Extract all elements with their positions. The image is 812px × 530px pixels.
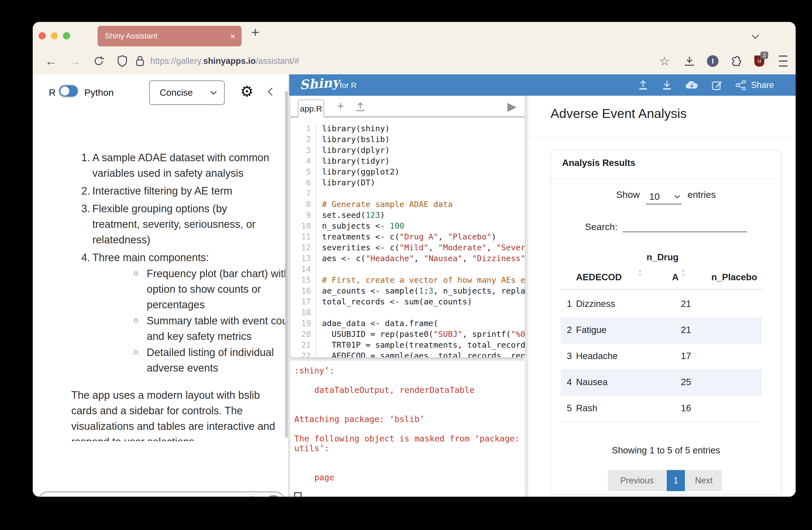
share-label[interactable]: Share: [751, 80, 774, 90]
browser-toolbar: ← → https://gallery.shinyapps.io/assista…: [33, 48, 796, 74]
table-row[interactable]: 4Nausea25: [561, 369, 762, 396]
entries-label: entries: [687, 189, 716, 200]
shield-icon[interactable]: [115, 48, 129, 74]
language-label-python: Python: [84, 87, 114, 98]
reload-icon[interactable]: [90, 48, 107, 74]
table-row[interactable]: 3Headache17: [561, 343, 762, 369]
search-input[interactable]: [623, 219, 747, 232]
code-line: 9set.seed(123): [290, 210, 525, 220]
code-line: 4library(tidyr): [290, 156, 525, 167]
back-button[interactable]: ←: [43, 48, 59, 74]
extensions-puzzle-icon[interactable]: [728, 48, 744, 74]
code-line: 12severities <- c("Mild", "Moderate", "S…: [290, 242, 525, 253]
message-input[interactable]: Enter a message... G ↑: [37, 491, 286, 497]
tab-title: Shiny Assistant: [105, 32, 230, 41]
menu-hamburger-icon[interactable]: [775, 48, 792, 74]
table-header-border: [561, 289, 762, 290]
ublock-shield-icon[interactable]: u 2: [752, 48, 768, 74]
chat-sublist-item: ○Summary table with event counts and key…: [92, 313, 275, 344]
tab-close-icon[interactable]: ×: [230, 31, 235, 42]
pagination-next[interactable]: Next: [685, 470, 722, 491]
language-toggle[interactable]: [59, 85, 78, 97]
mode-select[interactable]: Concise: [149, 81, 224, 105]
chat-header: R Python Concise ⚙: [33, 74, 288, 111]
column-header-aedecod[interactable]: AEDECOD: [576, 272, 622, 283]
code-line: 11treatments <- c("Drug A", "Placebo"): [290, 231, 525, 242]
share-icon[interactable]: [735, 80, 746, 91]
tab-list-chevron-icon[interactable]: [753, 32, 758, 39]
pagination-page-1[interactable]: 1: [667, 470, 685, 491]
show-label: Show: [616, 189, 640, 200]
code-line: 16ae_counts <- sample(1:3, n_subjects, r…: [290, 286, 525, 296]
send-button[interactable]: ↑: [265, 495, 281, 497]
browser-tab[interactable]: Shiny Assistant ×: [98, 26, 242, 46]
chat-list-item: 1.A sample ADAE dataset with common vari…: [80, 150, 282, 181]
table-row[interactable]: 5Rash16: [561, 395, 762, 421]
code-line: 18: [290, 307, 525, 318]
downloads-icon[interactable]: [681, 48, 698, 74]
entries-length-control: Show 10 entries: [551, 189, 781, 204]
code-line: 8# Generate sample ADAE data: [290, 199, 525, 210]
pagination: Previous 1 Next: [608, 470, 722, 491]
code-line: 17total_records <- sum(ae_counts): [290, 296, 525, 307]
column-header-nplacebo[interactable]: n_Placebo: [711, 272, 757, 283]
chat-paragraph: The app uses a modern layout with bslib …: [71, 387, 284, 441]
table-row[interactable]: 1Dizziness21: [561, 291, 762, 317]
code-line: 22 AEDECOD = sample(aes, total_records, …: [290, 350, 525, 357]
chat-message: 1.A sample ADAE dataset with common vari…: [33, 150, 287, 441]
editor-tabbar: app.R + ▶: [290, 96, 525, 117]
chat-sublist-item: ○Frequency plot (bar chart) with option …: [92, 266, 275, 313]
sort-icon[interactable]: ▴▾: [682, 268, 685, 277]
chat-list-item: 4.Three main components:○Frequency plot …: [80, 250, 282, 376]
collapse-panel-chevron-icon[interactable]: [268, 88, 276, 96]
grammarly-icon[interactable]: G: [243, 495, 260, 497]
code-line: 13aes <- c("Headache", "Nausea", "Dizzin…: [290, 253, 525, 264]
shiny-header-bar: Shiny for R Share: [289, 74, 796, 96]
table-search-control: Search:: [551, 219, 781, 232]
upload-file-icon[interactable]: [355, 101, 366, 114]
search-label: Search:: [585, 221, 617, 232]
edit-icon[interactable]: [711, 80, 723, 91]
code-line: 6library(DT): [290, 177, 525, 188]
code-line: 15# First, create a vector of how many A…: [290, 275, 525, 286]
select-chevron-icon: [211, 88, 217, 95]
select-chevron-icon: [675, 193, 680, 198]
cloud-download-icon[interactable]: [685, 80, 699, 91]
column-header-ndrug-line2[interactable]: A: [634, 272, 679, 283]
bookmark-star-icon[interactable]: ☆: [656, 48, 673, 74]
new-tab-button[interactable]: +: [251, 24, 259, 40]
code-line: 14: [290, 264, 525, 275]
run-button[interactable]: ▶: [508, 100, 517, 113]
forward-button[interactable]: →: [67, 48, 83, 74]
extension-circle-icon[interactable]: I: [705, 48, 721, 74]
download-icon[interactable]: [661, 80, 673, 91]
code-line: 19adae_data <- data.frame(: [290, 318, 525, 329]
pagination-previous[interactable]: Previous: [608, 470, 667, 491]
code-editor: app.R + ▶ 1library(shiny)2library(bslib)…: [290, 96, 525, 357]
close-window-button[interactable]: [39, 32, 46, 39]
upload-icon[interactable]: [637, 80, 649, 91]
column-header-ndrug-line1[interactable]: n_Drug: [634, 252, 679, 262]
entries-select[interactable]: 10: [646, 189, 681, 204]
shiny-logo: Shiny: [299, 75, 340, 92]
table-row[interactable]: 2Fatigue21: [561, 317, 762, 343]
screenshot-stage: Shiny Assistant × + ← → https://gallery.…: [0, 0, 812, 530]
language-label-r: R: [49, 87, 56, 98]
lock-icon[interactable]: [133, 48, 147, 74]
code-area[interactable]: 1library(shiny)2library(bslib)3library(d…: [290, 123, 525, 357]
code-line: 21 TRT01P = sample(treatments, total_rec…: [290, 340, 525, 350]
add-file-button[interactable]: +: [337, 99, 344, 113]
mode-select-value: Concise: [160, 87, 193, 98]
minimize-window-button[interactable]: [51, 32, 58, 39]
code-line: 7: [290, 188, 525, 199]
chat-scrollbar[interactable]: [285, 91, 288, 438]
maximize-window-button[interactable]: [63, 32, 70, 39]
app-preview-panel: Adverse Event Analysis Analysis Results …: [528, 96, 796, 497]
card-title: Analysis Results: [562, 158, 635, 168]
chat-list-item: 3.Flexible grouping options (by treatmen…: [80, 201, 282, 247]
file-tab-appR[interactable]: app.R: [298, 100, 324, 117]
card-divider: [551, 179, 781, 179]
url-bar[interactable]: https://gallery.shinyapps.io/assistant/#: [150, 48, 299, 74]
settings-gear-icon[interactable]: ⚙: [240, 83, 253, 100]
chat-panel: R Python Concise ⚙ 1.A sample ADAE datas…: [33, 74, 288, 497]
